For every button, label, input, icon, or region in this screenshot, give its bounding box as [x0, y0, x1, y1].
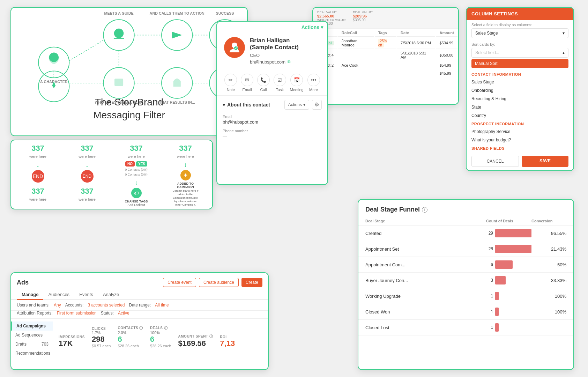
task-button[interactable]: ☑ Task	[274, 74, 286, 92]
contact-card: Actions ▾ Brian Halligan (Sample Contact…	[216, 21, 328, 185]
status-filter[interactable]: Active	[118, 311, 129, 316]
about-section-header: ▾ About this contact Actions ▾ ⚙	[217, 96, 327, 112]
field-dropdown[interactable]: Sales Stage ▾	[471, 28, 568, 38]
email-button[interactable]: ✉ Email	[241, 74, 253, 92]
field-state[interactable]: State	[467, 103, 573, 111]
section-actions-dropdown[interactable]: Actions ▾	[284, 100, 309, 110]
ads-content: Ad Campaigns Ad Sequences Drafts 703 Rec…	[11, 319, 268, 364]
sidebar-item-ad-campaigns[interactable]: Ad Campaigns	[11, 321, 53, 331]
copy-email-icon[interactable]: ⧉	[288, 59, 291, 64]
workflow-col-2: 337 were here ↓ END 337 were here	[64, 144, 110, 201]
svg-text:MEETS A GUIDE: MEETS A GUIDE	[104, 11, 134, 15]
chevron-down-icon: ▾	[321, 24, 323, 30]
meeting-button[interactable]: 📅 Meeting	[290, 74, 304, 92]
tab-analyze[interactable]: Analyze	[98, 290, 124, 300]
ads-metrics: IMPRESSIONS 17K CLICKS 1.7% 298 $0.57 ea…	[59, 326, 262, 348]
table-row: Product 4 5/31/2018 5:31 AM $350.00	[314, 50, 457, 61]
date-filter[interactable]: All time	[155, 303, 169, 308]
no-badge: NO	[125, 161, 135, 167]
contact-title: CEO	[250, 53, 299, 58]
field-budget[interactable]: What is your budget?	[467, 136, 573, 144]
tab-manage[interactable]: Manage	[17, 290, 43, 300]
about-section-title: ▾ About this contact	[223, 102, 270, 108]
actions-button[interactable]: Actions ▾	[302, 24, 323, 30]
call-button[interactable]: 📞 Call	[257, 74, 270, 92]
column-settings-header: COLUMN SETTINGS	[467, 8, 573, 20]
storybrand-card: A CHARACTER MEETS A GUIDE AND CALLS THEM…	[10, 7, 248, 136]
field-onboarding[interactable]: Onboarding	[467, 86, 573, 95]
sidebar-item-ad-sequences[interactable]: Ad Sequences	[11, 331, 53, 340]
ads-header-buttons: Create event Create audience Create	[163, 278, 262, 287]
info-icon[interactable]: i	[422, 207, 427, 213]
field-recruiting[interactable]: Recruiting & Hiring	[467, 95, 573, 103]
call-label: Call	[260, 88, 267, 92]
sort-dropdown[interactable]: Select field... ▴	[471, 48, 568, 58]
funnel-row: Working Upgrade 1 100%	[358, 288, 573, 304]
funnel-bar-0	[495, 229, 531, 237]
ads-tabs: Manage Audiences Events Analyze	[11, 287, 268, 300]
note-button[interactable]: ✏ Note	[224, 74, 237, 92]
svg-line-24	[69, 40, 103, 61]
workflow-col-1: 337 were here ↓ END 337 were here	[15, 144, 61, 201]
funnel-row: Created 29 96.55%	[358, 226, 573, 241]
ads-sidebar: Ad Campaigns Ad Sequences Drafts 703 Rec…	[11, 319, 53, 364]
prospect-info-heading: PROSPECT INFORMATION	[467, 120, 573, 127]
task-icon: ☑	[274, 74, 286, 86]
attribution-filter[interactable]: First form submission	[57, 311, 97, 316]
note-icon: ✏	[224, 74, 237, 86]
cancel-button[interactable]: CANCEL	[471, 156, 519, 167]
table-row: $45.99	[314, 70, 457, 77]
tab-events[interactable]: Events	[74, 290, 98, 300]
deals-bg-card: DEAL VALUE: $2,565.00 WEIGHTED VALUE: $7…	[312, 7, 459, 105]
workflow-col-4: 337 were here ↓ ✚ ADDED TO CAMPAIGN Cont…	[162, 144, 209, 209]
funnel-row: Buyer Journey Con... 3 33.33%	[358, 273, 573, 288]
workflow-card: 337 were here ↓ END 337 were here 337 we…	[10, 140, 213, 209]
ads-title: Ads	[17, 279, 29, 286]
funnel-row: Closed Won 1 100%	[358, 304, 573, 320]
sidebar-item-drafts[interactable]: Drafts 703	[11, 340, 53, 349]
email-icon: ✉	[241, 74, 253, 86]
create-event-button[interactable]: Create event	[163, 278, 196, 287]
contact-email-display: bh@hubspot.com ⧉	[250, 59, 299, 65]
campaign-icon: ✚	[180, 170, 191, 180]
field-country[interactable]: Country	[467, 111, 573, 120]
note-label: Note	[227, 88, 235, 92]
field-sales-stage[interactable]: Sales Stage	[467, 78, 573, 86]
create-button[interactable]: Create	[241, 278, 262, 287]
sidebar-item-recommendations[interactable]: Recommendations	[11, 349, 53, 358]
call-icon: 📞	[257, 74, 270, 86]
svg-text:SUCCESS: SUCCESS	[216, 11, 234, 15]
more-button[interactable]: ••• More	[307, 74, 320, 92]
email-field-row: Email bh@hubspot.com	[217, 112, 327, 127]
phone-field-label: Phone number	[223, 129, 322, 133]
metric-roi: ROI 7,13	[220, 335, 235, 348]
contact-avatar	[224, 37, 245, 58]
more-label: More	[309, 88, 318, 92]
end-badge-1: END	[32, 170, 44, 183]
tab-audiences[interactable]: Audiences	[43, 290, 74, 300]
create-audience-button[interactable]: Create audience	[199, 278, 239, 287]
ads-filters-2: Attribution Reports: First form submissi…	[11, 311, 268, 319]
storybrand-title: The StoryBrand Messaging Filter	[93, 96, 165, 121]
chevron-down-icon: ▾	[563, 31, 565, 36]
accounts-filter[interactable]: 3 accounts selected	[88, 303, 125, 308]
chevron-icon: ▾	[223, 102, 225, 108]
metric-contacts: CONTACTS ⓘ 2.0% 6 $28.26 each	[118, 326, 143, 348]
workflow-col-3: 337 were here NO YES 0 Contacts (0%) 0 C…	[113, 144, 159, 209]
meeting-label: Meeting	[290, 88, 304, 92]
svg-text:AND CALLS THEM TO ACTION: AND CALLS THEM TO ACTION	[150, 11, 205, 15]
funnel-bar-4	[495, 292, 499, 300]
svg-rect-18	[115, 79, 123, 86]
ads-card: Ads Create event Create audience Create …	[10, 272, 269, 370]
contacts-no: 0 Contacts (0%)	[125, 168, 148, 171]
settings-button[interactable]: ⚙	[312, 100, 322, 110]
section-buttons: Actions ▾ ⚙	[284, 100, 322, 110]
save-button[interactable]: SAVE	[522, 156, 568, 167]
ads-filters: Users and teams: Any Accounts: 3 account…	[11, 300, 268, 311]
task-label: Task	[276, 88, 284, 92]
users-filter[interactable]: Any	[54, 303, 61, 308]
field-photography[interactable]: Photography Service	[467, 127, 573, 136]
contact-info: Brian Halligan (Sample Contact) CEO bh@h…	[250, 37, 299, 65]
manual-sort-option[interactable]: Manual Sort	[471, 59, 568, 68]
shared-fields-heading: SHARED FIELDS	[467, 144, 573, 152]
